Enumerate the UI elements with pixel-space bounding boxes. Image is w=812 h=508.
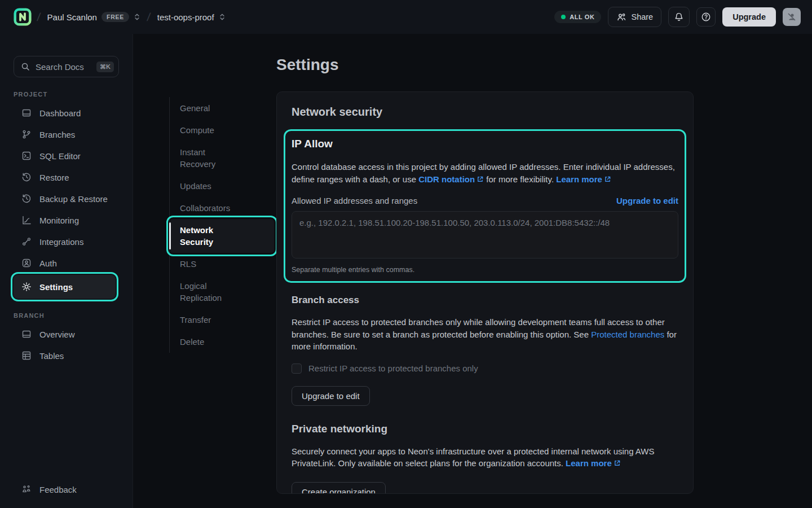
org-name: Paul Scanlon	[47, 12, 97, 22]
restrict-ip-checkbox-label: Restrict IP access to protected branches…	[308, 364, 478, 373]
table-icon	[21, 351, 32, 361]
sidebar-item-label: Monitoring	[39, 216, 79, 225]
search-docs-input[interactable]: Search Docs ⌘K	[14, 56, 119, 77]
private-networking-title: Private networking	[292, 423, 678, 435]
private-networking-description: Securely connect your apps to Neon's inf…	[292, 445, 678, 470]
sidebar-item-sql-editor[interactable]: SQL Editor	[14, 145, 123, 167]
subnav-item-general[interactable]: General	[170, 97, 274, 119]
notifications-button[interactable]	[668, 7, 690, 27]
share-button[interactable]: Share	[608, 7, 661, 27]
neon-logo-icon[interactable]	[14, 8, 32, 26]
bell-icon	[674, 12, 684, 22]
org-selector[interactable]: Paul Scanlon FREE	[46, 10, 142, 24]
branch-access-description: Restrict IP access to protected branches…	[292, 316, 678, 353]
subnav-label: General	[180, 102, 210, 114]
subnav-item-network-security[interactable]: Network Security	[170, 219, 274, 253]
sidebar-item-label: SQL Editor	[39, 151, 81, 161]
sidebar-item-label: Tables	[39, 351, 64, 361]
sidebar-item-label: Backup & Restore	[39, 194, 108, 204]
ip-helper-text: Separate multiple entries with commas.	[292, 266, 678, 274]
feedback-button[interactable]: Feedback	[14, 484, 77, 494]
sidebar-item-restore[interactable]: Restore	[14, 167, 123, 188]
subnav-label: Logical Replication	[180, 280, 239, 304]
subnav-item-transfer[interactable]: Transfer	[170, 309, 274, 331]
sql-editor-icon	[21, 151, 32, 161]
private-learn-more-link[interactable]: Learn more	[566, 458, 612, 468]
subnav-item-rls[interactable]: RLS	[170, 253, 274, 275]
sidebar-item-overview[interactable]: Overview	[14, 323, 123, 345]
sidebar-item-backup-restore[interactable]: Backup & Restore	[14, 188, 123, 209]
subnav-label: Network Security	[180, 224, 239, 248]
breadcrumb-divider: /	[36, 11, 41, 24]
sidebar-item-label: Dashboard	[39, 108, 81, 118]
ip-allow-section: IP Allow Control database access in this…	[285, 131, 685, 281]
sidebar-section-branch: BRANCH	[14, 312, 133, 319]
dashboard-icon	[21, 108, 32, 118]
protected-branches-link[interactable]: Protected branches	[591, 330, 664, 339]
subnav-label: Compute	[180, 124, 214, 136]
sidebar-item-monitoring[interactable]: Monitoring	[14, 209, 123, 231]
breadcrumb-divider: /	[147, 11, 152, 24]
sidebar-item-label: Restore	[39, 173, 69, 182]
git-branch-icon	[21, 129, 32, 139]
sidebar-item-integrations[interactable]: Integrations	[14, 231, 123, 252]
subnav-label: Instant Recovery	[180, 146, 239, 170]
subnav-item-updates[interactable]: Updates	[170, 175, 274, 197]
chevron-updown-icon	[134, 13, 140, 21]
ip-allow-description: Control database access in this project …	[292, 161, 678, 185]
upgrade-button[interactable]: Upgrade	[722, 7, 776, 27]
sidebar-item-label: Settings	[39, 282, 73, 292]
subnav-item-instant-recovery[interactable]: Instant Recovery	[170, 141, 274, 175]
sidebar-item-settings[interactable]: Settings	[14, 275, 116, 299]
avatar[interactable]	[783, 8, 801, 26]
subnav-label: Updates	[180, 180, 211, 192]
external-link-icon	[476, 176, 484, 183]
gear-icon	[21, 282, 32, 292]
help-button[interactable]	[696, 7, 716, 27]
ip-allow-desc-text: for more flexibility.	[484, 174, 556, 184]
search-icon	[21, 62, 30, 71]
subnav-item-delete[interactable]: Delete	[170, 331, 274, 353]
question-circle-icon	[701, 12, 711, 22]
chevron-updown-icon	[219, 13, 226, 21]
sidebar-item-label: Branches	[39, 130, 75, 139]
branch-access-title: Branch access	[292, 295, 678, 306]
sidebar-item-auth[interactable]: Auth	[14, 252, 123, 274]
ip-allow-learn-more-link[interactable]: Learn more	[556, 174, 602, 184]
ip-field-label: Allowed IP addresses and ranges	[292, 196, 417, 205]
avatar-placeholder-icon	[786, 11, 797, 23]
section-title-network-security: Network security	[292, 106, 678, 119]
upgrade-to-edit-link[interactable]: Upgrade to edit	[616, 196, 678, 205]
feedback-people-icon	[21, 484, 32, 494]
feedback-label: Feedback	[39, 485, 77, 494]
sidebar-item-dashboard[interactable]: Dashboard	[14, 102, 123, 124]
sidebar-item-branches[interactable]: Branches	[14, 124, 123, 145]
cidr-notation-link[interactable]: CIDR notation	[418, 174, 475, 184]
subnav-label: Delete	[180, 336, 204, 348]
restrict-ip-checkbox[interactable]	[292, 364, 302, 374]
page-title: Settings	[276, 56, 338, 74]
ip-allow-title: IP Allow	[292, 138, 678, 150]
ip-addresses-textarea[interactable]	[292, 211, 678, 259]
subnav-item-logical-replication[interactable]: Logical Replication	[170, 275, 274, 309]
project-name: test-oops-proof	[157, 12, 214, 22]
search-placeholder: Search Docs	[36, 62, 91, 72]
sidebar-item-label: Integrations	[39, 237, 83, 247]
chart-icon	[21, 215, 32, 225]
subnav-label: RLS	[180, 258, 196, 270]
subnav-label: Transfer	[180, 314, 211, 326]
sidebar: Search Docs ⌘K PROJECT Dashboard Branche…	[0, 34, 133, 508]
topbar: / Paul Scanlon FREE / test-oops-proof AL…	[0, 0, 812, 34]
sidebar-item-label: Overview	[39, 330, 75, 339]
subnav-item-compute[interactable]: Compute	[170, 119, 274, 141]
subnav-item-collaborators[interactable]: Collaborators	[170, 197, 274, 219]
sidebar-item-tables[interactable]: Tables	[14, 345, 123, 366]
status-label: ALL OK	[570, 14, 594, 20]
overview-icon	[21, 329, 32, 339]
branch-upgrade-to-edit-button[interactable]: Upgrade to edit	[292, 386, 370, 406]
sidebar-item-label: Auth	[39, 259, 57, 268]
system-status-pill[interactable]: ALL OK	[554, 11, 601, 23]
project-selector[interactable]: test-oops-proof	[156, 10, 227, 24]
create-organization-button[interactable]: Create organization	[292, 482, 386, 494]
restrict-ip-checkbox-row: Restrict IP access to protected branches…	[292, 364, 678, 374]
